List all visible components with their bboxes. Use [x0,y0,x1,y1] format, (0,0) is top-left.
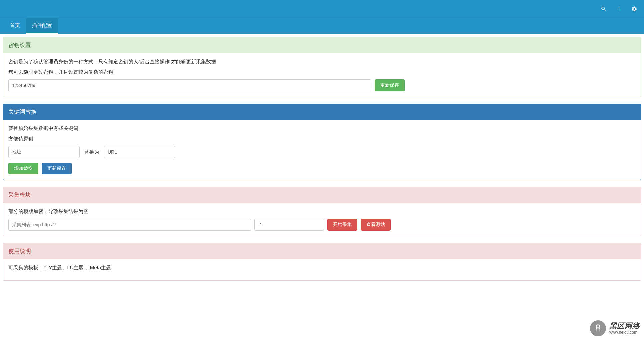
page-content: 密钥设置 密钥是为了确认管理员身份的一种方式，只有知道密钥的人/后台直接操作 才… [0,34,644,301]
panel-secret-heading: 密钥设置 [3,37,641,53]
panel-collect-heading: 采集模块 [3,187,641,203]
collect-list-input[interactable] [8,219,251,231]
gear-icon[interactable] [631,6,637,12]
keyword-replace-to-label: 替换为 [83,149,101,155]
keyword-add-button[interactable]: 增加替换 [8,163,38,174]
tab-home[interactable]: 首页 [4,18,26,34]
keyword-desc-2: 方便伪原创 [8,136,636,142]
secret-desc-2: 您可以随时更改密钥，并且设置较为复杂的密钥 [8,69,636,75]
keyword-to-input[interactable] [104,146,175,158]
tab-plugin-config[interactable]: 插件配置 [26,18,58,34]
usage-desc-1: 可采集的模板：FLY主题、LU主题 、Meta主题 [8,265,636,271]
panel-keyword: 关键词替换 替换原始采集数据中有些关键词 方便伪原创 替换为 增加替换 更新保存 [3,104,641,180]
keyword-desc-1: 替换原始采集数据中有些关键词 [8,125,636,132]
keyword-save-button[interactable]: 更新保存 [42,163,72,174]
collect-view-source-button[interactable]: 查看源站 [361,219,391,231]
plus-icon[interactable] [616,6,622,12]
panel-collect: 采集模块 部分的模版加密，导致采集结果为空 开始采集 查看源站 [3,187,641,236]
secret-desc-1: 密钥是为了确认管理员身份的一种方式，只有知道密钥的人/后台直接操作 才能够更新采… [8,59,636,65]
secret-key-input[interactable] [8,79,371,91]
panel-usage: 使用说明 可采集的模板：FLY主题、LU主题 、Meta主题 [3,243,641,281]
panel-keyword-heading: 关键词替换 [3,104,641,120]
collect-desc-1: 部分的模版加密，导致采集结果为空 [8,208,636,215]
collect-num-input[interactable] [254,219,324,231]
topbar [0,0,644,18]
search-icon[interactable] [601,6,607,12]
collect-start-button[interactable]: 开始采集 [327,219,357,231]
tabs: 首页 插件配置 [0,18,644,34]
panel-usage-heading: 使用说明 [3,243,641,259]
keyword-from-input[interactable] [8,146,80,158]
secret-save-button[interactable]: 更新保存 [375,79,405,91]
panel-secret: 密钥设置 密钥是为了确认管理员身份的一种方式，只有知道密钥的人/后台直接操作 才… [3,37,641,97]
